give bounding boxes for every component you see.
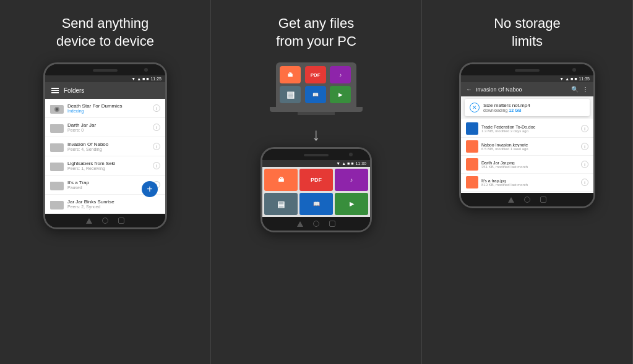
phone-3-bottom — [461, 193, 593, 206]
home-button-2[interactable] — [313, 221, 319, 227]
laptop-file-grid: 🏔 PDF ♪ ▤ 📖 ▶ — [280, 66, 353, 103]
download-status: downloading 12 GB — [483, 108, 585, 112]
back-button-1[interactable] — [86, 218, 92, 224]
phone-1-status-bar: ▼ ▲ ■ ■ 11:25 — [45, 75, 165, 82]
info-icon-1[interactable]: i — [153, 124, 160, 131]
file-list-item-3[interactable]: It's a trap.jpg 813 KB, modified last mo… — [461, 174, 593, 192]
phone-tile-book: 📖 — [299, 193, 333, 215]
file-name-0: Trade Federation To-Do.doc — [481, 125, 578, 129]
svg-rect-13 — [50, 201, 56, 203]
info-icon-0[interactable]: i — [153, 104, 160, 112]
phone-camera-3 — [572, 68, 576, 72]
folder-item-4-name: It's a Trap — [67, 180, 149, 185]
file-info-2: Darth Jar Jar.png 351 KB, modified last … — [481, 161, 578, 169]
folder-item-2-sub: Peers: 4, Sending — [67, 147, 149, 151]
folder-icon-3 — [50, 160, 64, 171]
laptop-tile-video: ▶ — [330, 86, 351, 103]
download-info: Size matters not.mp4 downloading 12 GB — [483, 103, 585, 112]
folder-item-3[interactable]: Lightsabers from Seki Peers: 1, Receivin… — [45, 156, 165, 176]
file-thumb-0 — [466, 122, 478, 135]
folder-icon-4 — [50, 179, 64, 190]
folder-item-0-sub: Indexing — [67, 109, 149, 113]
laptop-stand — [298, 112, 335, 115]
file-list-item-0[interactable]: Trade Federation To-Do.doc 1.3 MB, modif… — [461, 120, 593, 138]
phone-tile-pdf: PDF — [299, 169, 333, 191]
phone-camera-2 — [349, 153, 353, 156]
svg-rect-5 — [50, 124, 56, 127]
phone-2-bottom — [262, 217, 370, 231]
file-meta-0: 1.3 MB, modified 3 days ago — [481, 129, 578, 133]
folder-item-1[interactable]: Darth Jar Jar Peers: 0 i — [45, 118, 165, 137]
fab-add-button[interactable]: + — [142, 181, 158, 197]
laptop-screen: 🏔 PDF ♪ ▤ 📖 ▶ — [276, 62, 356, 107]
folder-item-4-sub: Paused — [67, 185, 149, 190]
status-icons-2: ▼ ▲ ■ ■ — [336, 161, 353, 166]
folder-item-2-text: Invasion Of Naboo Peers: 4, Sending — [67, 142, 149, 151]
folder-item-5-name: Jar Jar Binks Sunrise — [67, 199, 160, 205]
download-size: 12 GB — [509, 108, 521, 112]
hamburger-icon[interactable] — [51, 88, 59, 93]
svg-rect-1 — [50, 105, 56, 108]
phone-tile-music: ♪ — [335, 169, 368, 191]
file-list-item-1[interactable]: Naboo Invasion.keynote 6.5 MB, modified … — [461, 138, 593, 156]
home-button-3[interactable] — [524, 197, 530, 203]
phone-camera-1 — [144, 68, 148, 72]
file-info-1: Naboo Invasion.keynote 6.5 MB, modified … — [481, 143, 578, 151]
search-icon[interactable]: 🔍 — [571, 86, 579, 93]
file-list-item-2[interactable]: Darth Jar Jar.png 351 KB, modified last … — [461, 156, 593, 174]
status-icons: ▼ ▲ ■ ■ — [131, 77, 149, 81]
file-meta-3: 813 KB, modified last month — [481, 183, 578, 187]
recents-button-3[interactable] — [540, 197, 546, 203]
folder-item-2[interactable]: Invasion Of Naboo Peers: 4, Sending i — [45, 137, 165, 156]
folder-item-1-text: Darth Jar Jar Peers: 0 — [67, 122, 149, 132]
svg-rect-7 — [50, 143, 56, 146]
phone-2-top — [262, 149, 370, 160]
svg-rect-9 — [50, 163, 56, 165]
info-icon-2[interactable]: i — [153, 143, 160, 150]
more-icon[interactable]: ⋮ — [582, 86, 588, 93]
back-button-3[interactable] — [508, 197, 514, 203]
folder-item-3-text: Lightsabers from Seki Peers: 1, Receivin… — [67, 161, 149, 171]
folder-icon-5 — [50, 198, 64, 210]
folder-item-0[interactable]: Death Star For Dummies Indexing i — [45, 99, 165, 118]
folder-item-0-name: Death Star For Dummies — [67, 103, 149, 109]
svg-point-3 — [56, 108, 58, 111]
file-info-icon-3[interactable]: i — [581, 179, 588, 186]
folder-item-1-name: Darth Jar Jar — [67, 122, 149, 128]
folder-icon-special — [50, 103, 64, 114]
laptop-tile-zip: ▤ — [280, 86, 301, 103]
phone-tile-image: 🏔 — [264, 169, 298, 191]
file-info-icon-0[interactable]: i — [581, 125, 588, 132]
cancel-download-button[interactable]: ✕ — [470, 103, 480, 112]
laptop-tile-image: 🏔 — [280, 66, 301, 83]
download-filename: Size matters not.mp4 — [483, 103, 585, 108]
phone-2-status-bar: ▼ ▲ ■ ■ 11:30 — [262, 160, 370, 167]
file-meta-1: 6.5 MB, modified 1 weel ago — [481, 147, 578, 151]
panel-files-title: Get any files from your PC — [276, 15, 356, 50]
back-button-2[interactable] — [297, 221, 303, 227]
status-time-3: 11:35 — [579, 77, 590, 81]
recents-button-2[interactable] — [329, 221, 335, 227]
phone-speaker-2 — [304, 154, 329, 156]
status-icons-3: ▼ ▲ ■ ■ — [559, 77, 577, 81]
back-arrow-icon[interactable]: ← — [466, 86, 472, 93]
file-name-1: Naboo Invasion.keynote — [481, 143, 578, 147]
phone-1: ▼ ▲ ■ ■ 11:25 Folders Death Star For Dum… — [43, 62, 167, 229]
phone-3-top — [461, 64, 593, 75]
status-time-1: 11:25 — [150, 77, 161, 81]
folder-item-3-sub: Peers: 1, Receiving — [67, 166, 149, 171]
file-info-icon-2[interactable]: i — [581, 161, 588, 168]
file-meta-2: 351 KB, modified last month — [481, 165, 578, 169]
folder-icon-1 — [50, 122, 64, 133]
recents-button-1[interactable] — [118, 218, 124, 224]
folder-item-5[interactable]: Jar Jar Binks Sunrise Peers: 2, Synced + — [45, 195, 165, 214]
file-info-icon-1[interactable]: i — [581, 143, 588, 150]
home-button-1[interactable] — [102, 218, 108, 224]
laptop-illustration: 🏔 PDF ♪ ▤ 📖 ▶ — [270, 62, 363, 115]
status-time-2: 11:30 — [355, 161, 366, 166]
phone-speaker-1 — [93, 69, 118, 72]
folder-item-1-sub: Peers: 0 — [67, 128, 149, 132]
panel-files: Get any files from your PC 🏔 PDF ♪ ▤ 📖 ▶… — [211, 0, 422, 364]
panel-storage-title: No storage limits — [494, 15, 561, 50]
info-icon-3[interactable]: i — [153, 162, 160, 169]
